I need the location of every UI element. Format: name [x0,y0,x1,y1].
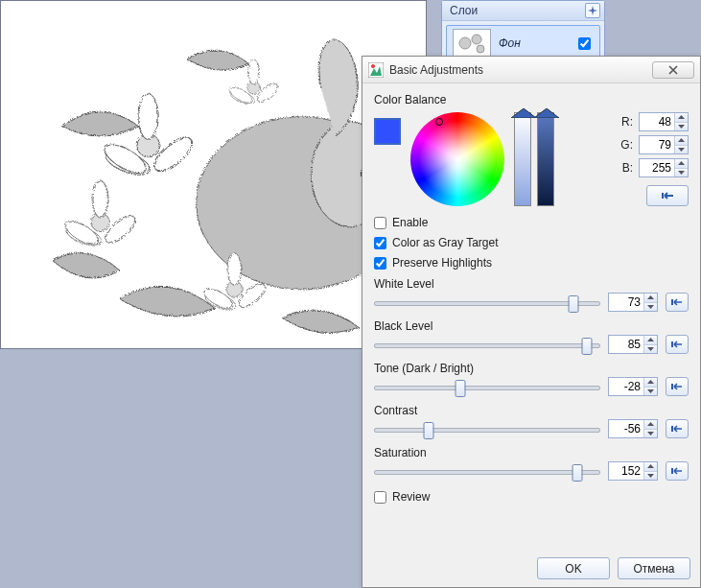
r-label: R: [618,115,633,129]
b-up[interactable] [675,159,688,169]
black-level-label: Black Level [374,319,689,333]
enable-checkbox[interactable] [374,217,386,229]
app-icon [368,62,384,78]
preserve-highlights-checkbox[interactable] [374,257,386,270]
g-up[interactable] [675,136,688,146]
dialog-title: Basic Adjustments [389,63,483,77]
pin-icon[interactable] [585,3,600,18]
b-label: B: [618,161,633,175]
layer-thumbnail [453,29,491,58]
reset-arrow-icon [671,424,683,434]
g-spinner[interactable] [639,135,689,154]
svg-marker-39 [534,108,559,118]
black-level-spinner[interactable] [608,335,658,354]
svg-marker-38 [511,108,536,118]
b-spinner[interactable] [639,158,689,177]
white-level-spinner[interactable] [608,293,658,312]
contrast-slider[interactable] [374,419,600,438]
r-input[interactable] [640,113,674,130]
white-level-label: White Level [374,277,689,291]
g-input[interactable] [640,136,674,153]
tone-thumb[interactable] [455,380,465,397]
layer-name: Фон [499,36,567,50]
saturation-input[interactable] [609,462,643,480]
dialog-titlebar[interactable]: Basic Adjustments [362,57,700,83]
svg-marker-44 [678,161,685,165]
svg-marker-50 [647,338,654,341]
black-level-thumb[interactable] [581,338,592,355]
contrast-reset[interactable] [666,419,689,438]
contrast-label: Contrast [374,404,689,417]
svg-point-36 [371,64,375,68]
svg-marker-47 [647,295,654,299]
darkness-bar[interactable] [537,112,554,206]
color-wheel[interactable] [410,112,504,206]
svg-rect-49 [671,299,673,305]
black-level-reset[interactable] [666,335,689,354]
saturation-thumb[interactable] [572,464,583,482]
darkness-handle[interactable] [534,107,559,117]
contrast-spinner[interactable] [608,419,658,438]
gray-target-label: Color as Gray Target [392,236,499,249]
b-down[interactable] [675,169,688,177]
enable-checkbox-row[interactable]: Enable [374,216,689,229]
layers-panel-title: Слои [450,4,478,17]
tone-slider[interactable] [374,377,600,396]
svg-marker-45 [678,171,685,175]
svg-point-14 [92,180,107,217]
b-input[interactable] [640,159,674,176]
white-level-reset[interactable] [666,293,689,312]
svg-marker-57 [647,432,654,435]
layers-panel-header[interactable]: Слои [442,1,604,21]
tone-spinner[interactable] [608,377,658,396]
contrast-thumb[interactable] [423,422,433,439]
reset-arrow-icon [671,382,683,391]
review-label: Review [392,490,430,504]
svg-marker-40 [678,115,685,119]
lightness-handle[interactable] [511,107,536,117]
white-level-slider[interactable] [374,293,600,312]
svg-rect-58 [671,426,673,432]
g-label: G: [618,138,633,152]
lightness-bar[interactable] [514,112,531,206]
saturation-reset[interactable] [666,461,689,481]
color-wheel-picker[interactable] [435,118,443,126]
close-button[interactable] [652,61,694,79]
svg-marker-51 [647,347,654,351]
svg-rect-61 [671,468,673,474]
r-up[interactable] [675,113,688,123]
white-level-thumb[interactable] [568,295,578,313]
cancel-button[interactable]: Отмена [618,557,690,579]
svg-marker-48 [647,305,654,309]
svg-marker-41 [678,125,685,129]
preserve-highlights-checkbox-row[interactable]: Preserve Highlights [374,256,689,270]
saturation-label: Saturation [374,446,689,459]
contrast-input[interactable] [609,420,643,437]
review-checkbox[interactable] [374,491,386,504]
color-swatch[interactable] [374,118,401,145]
svg-marker-42 [678,138,685,142]
tone-reset[interactable] [666,377,689,396]
g-down[interactable] [675,146,688,154]
svg-marker-60 [647,474,654,478]
saturation-spinner[interactable] [608,461,658,481]
basic-adjustments-dialog: Basic Adjustments Color Balance R: [362,56,701,588]
svg-rect-55 [671,384,673,389]
gray-target-checkbox-row[interactable]: Color as Gray Target [374,236,689,249]
review-checkbox-row[interactable]: Review [374,490,689,504]
white-level-input[interactable] [609,294,643,311]
r-spinner[interactable] [639,112,689,131]
saturation-slider[interactable] [374,461,600,481]
color-reset-button[interactable] [646,185,689,206]
reset-arrow-icon [671,340,683,349]
ok-button[interactable]: OK [537,557,610,579]
r-down[interactable] [675,123,688,131]
svg-marker-54 [647,389,654,393]
black-level-input[interactable] [609,336,643,353]
reset-arrow-icon [661,190,674,201]
black-level-slider[interactable] [374,335,600,354]
gray-target-checkbox[interactable] [374,237,386,249]
layer-visibility-checkbox[interactable] [578,37,591,50]
tone-input[interactable] [609,378,643,395]
svg-point-7 [138,93,157,139]
